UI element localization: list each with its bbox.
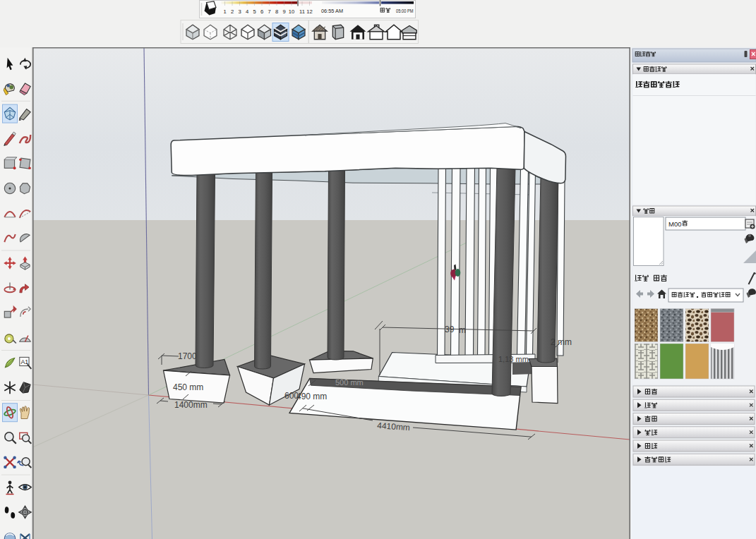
svg-text:3: 3 — [238, 8, 241, 15]
svg-text:m: m — [459, 325, 466, 335]
svg-text:12: 12 — [306, 8, 312, 15]
svg-text:500 mm: 500 mm — [335, 378, 364, 387]
svg-text:10: 10 — [289, 8, 294, 15]
svg-text:8: 8 — [275, 8, 278, 15]
svg-text:9: 9 — [282, 8, 285, 15]
svg-text:4: 4 — [246, 8, 248, 15]
svg-text:450 mm: 450 mm — [173, 382, 203, 392]
svg-text:1,13 mm: 1,13 mm — [498, 355, 529, 363]
svg-text:05:00 PM: 05:00 PM — [396, 8, 414, 14]
svg-text:5: 5 — [253, 8, 256, 15]
svg-text:2 mm: 2 mm — [551, 337, 572, 347]
svg-text:06:55 AM: 06:55 AM — [321, 8, 343, 14]
svg-text:490 mm: 490 mm — [296, 392, 327, 401]
svg-text:1: 1 — [223, 8, 226, 15]
svg-text:11: 11 — [299, 8, 305, 15]
svg-text:2: 2 — [231, 8, 234, 15]
svg-text:39: 39 — [445, 325, 455, 334]
svg-text:1700: 1700 — [178, 351, 197, 361]
svg-text:1400mm: 1400mm — [174, 400, 208, 410]
svg-text:M00: M00 — [668, 220, 681, 228]
svg-text:7: 7 — [268, 8, 270, 15]
svg-text:6: 6 — [260, 8, 263, 15]
